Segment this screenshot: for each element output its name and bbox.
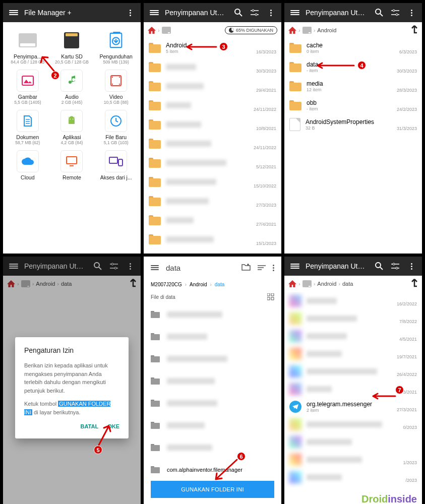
folder-row[interactable]: 10/8/2021 (144, 115, 281, 134)
folder-row[interactable]: 26/4/2022 (284, 362, 422, 380)
sort-icon[interactable] (258, 264, 266, 272)
folder-row[interactable]: 5/12/2021 (144, 153, 281, 172)
telegram-icon (289, 401, 301, 413)
folder-row[interactable] (144, 436, 281, 459)
category-grid: Penyimpa...84,4 GB / 128 GB Kartu SD20,5… (3, 22, 141, 187)
search-icon[interactable] (233, 9, 244, 17)
category-apps[interactable]: Aplikasi4,2 GB (84) (50, 108, 94, 147)
category-downloads[interactable]: Pengunduhan509 MB (139) (94, 27, 138, 67)
folder-icon (149, 139, 161, 149)
svg-point-45 (376, 263, 381, 268)
category-documents[interactable]: Dokumen58,7 MB (62) (6, 108, 49, 147)
more-icon[interactable] (265, 10, 276, 16)
search-icon[interactable] (374, 262, 385, 270)
storage-usage-pill[interactable]: 65% DIGUNAKAN (225, 26, 277, 34)
folder-row[interactable] (144, 348, 281, 370)
disk-icon[interactable] (162, 27, 171, 34)
svg-rect-18 (118, 159, 123, 166)
folder-list: cache0 item6/3/2023 data- item30/3/2023 … (284, 38, 422, 134)
folder-filemanager[interactable]: com.alphainventor.filemanager (144, 459, 281, 481)
cancel-button[interactable]: BATAL (81, 423, 99, 429)
up-icon[interactable] (411, 278, 418, 290)
folder-row[interactable]: 27/4/2021 (144, 211, 281, 230)
hamburger-icon[interactable] (289, 263, 300, 270)
breadcrumb-device[interactable]: M2007J20CG (151, 282, 182, 287)
folder-icon (149, 196, 161, 206)
category-video[interactable]: Video10,5 GB (88) (94, 68, 138, 107)
folder-row[interactable] (284, 433, 422, 451)
hamburger-icon[interactable] (8, 9, 19, 16)
disk-icon[interactable] (302, 27, 312, 34)
filter-icon[interactable] (390, 263, 401, 270)
folder-row[interactable]: 4/5/2021 (284, 327, 422, 345)
svg-rect-2 (22, 76, 33, 85)
category-access-from[interactable]: Akses dari j... (94, 148, 138, 182)
category-internal-storage[interactable]: Penyimpa...84,4 GB / 128 GB (6, 27, 49, 67)
category-images[interactable]: Gambar5,5 GB (1405) (6, 68, 49, 107)
folder-row[interactable] (144, 303, 281, 326)
topbar: Penyimpanan Ut… (284, 3, 422, 22)
folder-row[interactable]: 24/11/2022 (144, 96, 281, 115)
folder-android[interactable]: Android5 item16/3/2023 (144, 38, 281, 57)
category-cloud[interactable]: Cloud (6, 148, 49, 182)
app-title: File Manager + (24, 9, 119, 17)
home-icon[interactable] (288, 27, 296, 34)
folder-row[interactable] (144, 392, 281, 414)
up-icon[interactable] (411, 25, 418, 36)
disk-icon[interactable] (302, 280, 312, 287)
folder-icon (149, 100, 161, 110)
folder-icon (289, 81, 301, 91)
folder-cache[interactable]: cache0 item6/3/2023 (284, 38, 422, 57)
category-new-files[interactable]: File Baru5,1 GB (103) (94, 108, 138, 147)
folder-row[interactable]: 19/7/2021 (284, 345, 422, 362)
breadcrumb-android[interactable]: Android (190, 282, 207, 287)
panel-permission-dialog: Penyimpanan Ut… › › Android› data Pengat… (3, 257, 141, 504)
folder-row[interactable] (144, 326, 281, 348)
svg-point-29 (393, 10, 395, 12)
folder-row[interactable]: 15/1/2023 (144, 230, 281, 249)
app-icon (289, 471, 301, 483)
filter-icon[interactable] (390, 9, 401, 16)
more-icon[interactable] (273, 265, 274, 271)
ok-button[interactable]: OKE (107, 423, 119, 429)
folder-row[interactable]: 16/2/2022 (284, 292, 422, 309)
folder-data[interactable]: data- item30/3/2023 (284, 57, 422, 77)
hamburger-icon[interactable] (151, 264, 159, 271)
folder-icon (149, 177, 161, 187)
new-folder-icon[interactable] (241, 263, 251, 273)
grid-view-icon[interactable] (267, 293, 274, 300)
category-sd-card[interactable]: Kartu SD20,5 GB / 128 GB (50, 27, 94, 67)
folder-row[interactable]: 15/10/2022 (144, 172, 281, 192)
search-icon[interactable] (374, 9, 385, 17)
category-remote[interactable]: Remote (50, 148, 94, 182)
more-icon[interactable] (125, 10, 136, 16)
folder-row[interactable]: 27/3/2023 (144, 192, 281, 211)
folder-row[interactable] (144, 414, 281, 436)
home-icon[interactable] (288, 280, 296, 287)
folder-row[interactable]: 1/2023 (284, 451, 422, 468)
svg-point-50 (396, 267, 398, 269)
breadcrumb-data[interactable]: data (215, 282, 224, 287)
more-icon[interactable] (406, 10, 417, 16)
folder-media[interactable]: media12 item28/3/2023 (284, 77, 422, 96)
folder-row[interactable]: /2023 (284, 468, 422, 486)
hamburger-icon[interactable] (149, 9, 160, 16)
filter-icon[interactable] (249, 9, 260, 16)
folder-row[interactable] (144, 370, 281, 392)
folder-row[interactable]: 0/2023 (284, 415, 422, 433)
folder-row[interactable]: 29/4/2021 (144, 77, 281, 96)
folder-row[interactable]: 30/3/2023 (144, 57, 281, 77)
file-android-properties[interactable]: AndroidSystemProperties32 B31/3/2023 (284, 115, 422, 134)
home-icon[interactable] (148, 27, 156, 34)
breadcrumb-android[interactable]: Android (317, 281, 336, 287)
folder-row[interactable]: 7/8/2022 (284, 309, 422, 327)
hamburger-icon[interactable] (289, 9, 300, 16)
breadcrumb-current[interactable]: Android (317, 27, 336, 33)
use-folder-button[interactable]: GUNAKAN FOLDER INI (151, 481, 274, 498)
folder-row[interactable]: 24/11/2022 (144, 134, 281, 153)
annotation-7: 7 (395, 386, 404, 394)
breadcrumb-data[interactable]: data (342, 281, 353, 287)
folder-telegram[interactable]: org.telegram.messenger2 item27/3/2021 (284, 398, 422, 415)
folder-obb[interactable]: obb- item24/2/2023 (284, 96, 422, 115)
more-icon[interactable] (406, 263, 417, 270)
